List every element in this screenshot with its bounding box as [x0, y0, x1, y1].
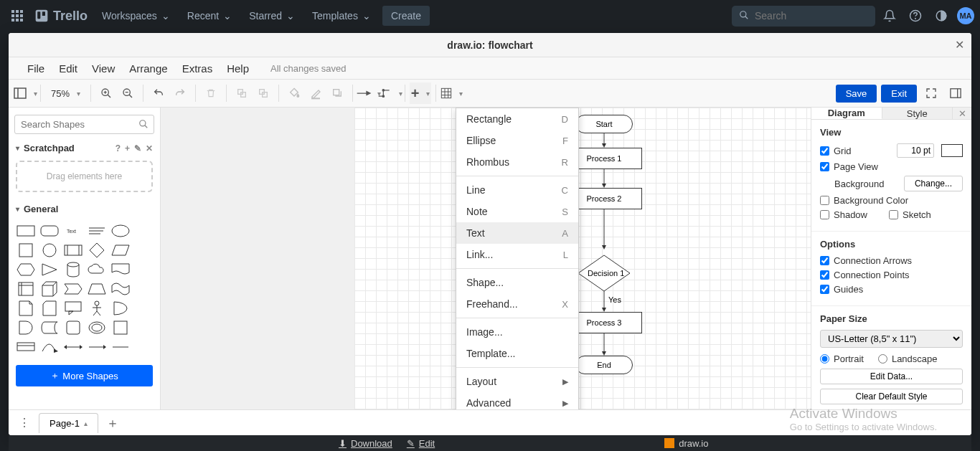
shape-actor[interactable] — [87, 300, 107, 316]
shape-document[interactable] — [110, 262, 131, 277]
search-shapes-input[interactable] — [14, 115, 154, 134]
to-front-icon[interactable] — [231, 82, 253, 104]
shape-ellipse[interactable] — [110, 223, 131, 239]
shape-cylinder[interactable] — [63, 262, 83, 277]
sidebar-toggle-icon[interactable]: ▾ — [14, 82, 36, 104]
shape-container[interactable] — [16, 339, 36, 355]
exit-button[interactable]: Exit — [881, 85, 917, 103]
shape-textbox[interactable] — [87, 223, 107, 239]
grid-color-swatch[interactable] — [941, 144, 963, 157]
tab-diagram[interactable]: Diagram — [811, 108, 882, 119]
menu-text[interactable]: TextA — [456, 222, 578, 244]
shape-hexagon[interactable] — [16, 262, 36, 277]
menu-line[interactable]: LineC — [456, 179, 578, 201]
grid-checkbox[interactable]: Grid — [820, 146, 852, 156]
shape-triangle[interactable] — [39, 262, 60, 277]
shape-squareplain[interactable] — [110, 320, 131, 336]
shape-tape[interactable] — [110, 281, 131, 297]
notifications-icon[interactable] — [878, 4, 901, 27]
nav-starred[interactable]: Starred⌄ — [240, 6, 303, 26]
menu-help[interactable]: Help — [220, 62, 256, 75]
general-header[interactable]: ▾ General — [9, 199, 160, 219]
shape-or[interactable] — [110, 300, 131, 316]
scratchpad-close-icon[interactable]: ✕ — [146, 143, 153, 153]
portrait-radio[interactable]: Portrait — [820, 353, 864, 364]
shape-link-line[interactable] — [110, 339, 131, 355]
menu-arrange[interactable]: Arrange — [122, 62, 174, 75]
shape-process[interactable] — [63, 242, 83, 258]
shape-callout[interactable] — [63, 300, 83, 316]
menu-image[interactable]: Image... — [456, 321, 578, 343]
more-shapes-button[interactable]: ＋More Shapes — [16, 365, 153, 386]
tab-style[interactable]: Style — [882, 108, 953, 119]
zoom-out-icon[interactable] — [117, 82, 138, 104]
shape-arrow-bi[interactable] — [63, 339, 83, 355]
nav-recent[interactable]: Recent⌄ — [179, 6, 240, 26]
node-end[interactable]: End — [575, 356, 633, 374]
shape-blank5[interactable] — [134, 300, 154, 316]
shape-roundrect[interactable] — [39, 223, 60, 239]
shape-parallelogram[interactable] — [110, 242, 131, 258]
pages-menu-icon[interactable]: ⋮ — [14, 413, 34, 433]
menu-extras[interactable]: Extras — [175, 62, 220, 75]
shape-and[interactable] — [16, 320, 36, 336]
redo-icon[interactable] — [169, 82, 191, 104]
change-background-button[interactable]: Change... — [904, 176, 963, 191]
to-back-icon[interactable] — [253, 82, 274, 104]
shape-cube[interactable] — [39, 281, 60, 297]
menu-rectangle[interactable]: RectangleD — [456, 108, 578, 130]
line-color-icon[interactable] — [305, 82, 326, 104]
canvas[interactable]: Start Process 1 Process 2 Decision 1 Yes… — [161, 108, 811, 409]
scratchpad-header[interactable]: ▾ Scratchpad ? + ✎ ✕ — [9, 138, 160, 158]
shape-square[interactable] — [16, 242, 36, 258]
save-button[interactable]: Save — [836, 85, 877, 103]
shape-circle[interactable] — [39, 242, 60, 258]
zoom-in-icon[interactable] — [95, 82, 117, 104]
shadow-icon[interactable] — [326, 82, 348, 104]
theme-icon[interactable] — [930, 4, 953, 27]
menu-ellipse[interactable]: EllipseF — [456, 130, 578, 151]
clear-style-button[interactable]: Clear Default Style — [820, 389, 963, 404]
menu-advanced[interactable]: Advanced▶ — [456, 392, 578, 409]
paper-size-select[interactable]: US-Letter (8,5" x 11") — [820, 330, 963, 348]
menu-file[interactable]: File — [20, 62, 52, 75]
sketch-checkbox[interactable]: Sketch — [889, 209, 931, 220]
menu-edit[interactable]: Edit — [52, 62, 85, 75]
bgcolor-checkbox[interactable]: Background Color — [820, 195, 908, 206]
scratchpad-dropzone[interactable]: Drag elements here — [16, 161, 153, 192]
tab-close-icon[interactable]: ✕ — [953, 108, 971, 119]
shape-blank2[interactable] — [134, 242, 154, 258]
download-link[interactable]: ⬇Download — [339, 438, 392, 449]
format-panel-icon[interactable] — [946, 83, 966, 103]
guides-checkbox[interactable]: Guides — [820, 284, 863, 295]
shape-internal-storage[interactable] — [16, 281, 36, 297]
scratchpad-help-icon[interactable]: ? — [116, 143, 121, 153]
menu-link[interactable]: Link...L — [456, 244, 578, 265]
nav-templates[interactable]: Templates⌄ — [303, 6, 380, 26]
shape-roundsquare[interactable] — [63, 320, 83, 336]
grid-size-input[interactable] — [897, 143, 934, 158]
shape-data-storage[interactable] — [39, 320, 60, 336]
avatar[interactable]: MA — [957, 7, 974, 24]
pageview-checkbox[interactable]: Page View — [820, 161, 878, 172]
shape-rect[interactable] — [16, 223, 36, 239]
delete-icon[interactable] — [200, 82, 222, 104]
help-icon[interactable] — [904, 4, 927, 27]
apps-grid-icon[interactable] — [6, 4, 29, 27]
scratchpad-edit-icon[interactable]: ✎ — [134, 143, 141, 153]
trello-logo[interactable]: Trello — [29, 9, 93, 24]
shape-arrow-curved[interactable] — [39, 339, 60, 355]
waypoint-icon[interactable]: ▾ — [379, 82, 400, 104]
conn-points-checkbox[interactable]: Connection Points — [820, 270, 910, 280]
menu-template[interactable]: Template... — [456, 343, 578, 364]
shape-text[interactable]: Text — [63, 223, 83, 239]
table-icon[interactable]: ▾ — [440, 82, 462, 104]
shape-doubleellipse[interactable] — [87, 320, 107, 336]
zoom-dropdown[interactable]: 75%▾ — [45, 88, 86, 99]
landscape-radio[interactable]: Landscape — [878, 353, 938, 364]
close-icon[interactable]: ✕ — [955, 38, 964, 52]
menu-view[interactable]: View — [85, 62, 122, 75]
insert-icon[interactable]: +▾ — [410, 82, 431, 104]
add-page-icon[interactable]: ＋ — [103, 413, 123, 433]
shape-note[interactable] — [16, 300, 36, 316]
